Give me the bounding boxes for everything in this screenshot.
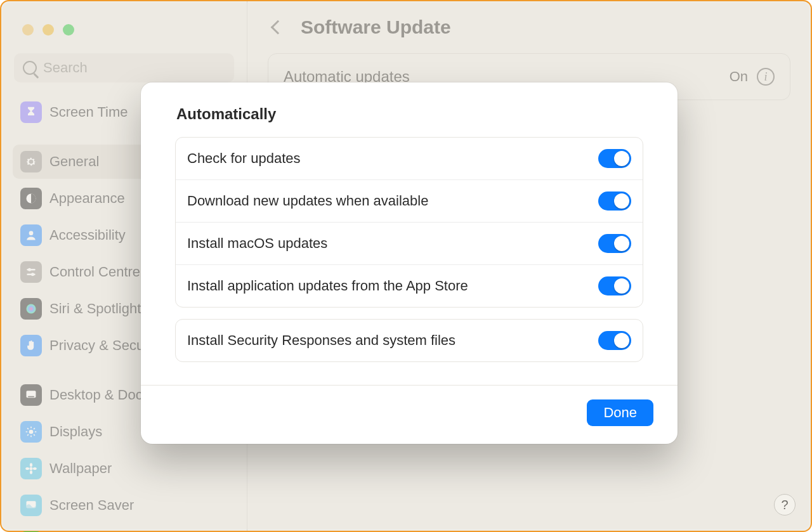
hourglass-icon <box>20 101 42 123</box>
svg-point-6 <box>27 304 36 314</box>
sheet-title: Automatically <box>175 105 643 123</box>
svg-line-15 <box>34 434 35 436</box>
svg-rect-8 <box>28 396 34 398</box>
back-button[interactable] <box>268 18 288 36</box>
sidebar-item-label: Control Centre <box>49 264 140 280</box>
svg-point-20 <box>30 470 32 474</box>
toggle-install-macos[interactable] <box>598 234 631 253</box>
settings-group: Install Security Responses and system fi… <box>175 319 643 362</box>
traffic-lights <box>13 19 235 53</box>
info-icon[interactable]: i <box>757 68 775 86</box>
dock-icon <box>20 384 42 406</box>
main-header: Software Update <box>268 16 790 38</box>
settings-group: Check for updatesDownload new updates wh… <box>175 137 643 308</box>
search-field-container[interactable] <box>14 53 234 82</box>
sidebar-item-label: General <box>49 153 99 170</box>
siri-icon <box>20 298 42 320</box>
close-window-button[interactable] <box>22 24 34 36</box>
settings-row: Install Security Responses and system fi… <box>176 320 643 361</box>
sidebar-item-screen-saver[interactable]: Screen Saver <box>13 488 235 522</box>
done-button[interactable]: Done <box>587 399 653 426</box>
search-icon <box>23 61 37 75</box>
system-settings-window: Screen TimeGeneralAppearanceAccessibilit… <box>0 0 812 532</box>
sun-icon <box>20 421 42 443</box>
svg-line-14 <box>27 428 29 429</box>
settings-row: Install macOS updates <box>176 222 643 264</box>
svg-point-21 <box>25 467 29 470</box>
row-label: Install macOS updates <box>187 235 327 252</box>
search-input[interactable] <box>43 60 225 76</box>
page-title: Software Update <box>301 16 451 38</box>
settings-row: Install application updates from the App… <box>176 264 643 307</box>
svg-point-5 <box>31 273 34 276</box>
sidebar-item-label: Screen Saver <box>49 497 134 514</box>
minimize-window-button[interactable] <box>43 24 54 36</box>
sidebar-item-label: Displays <box>49 424 102 440</box>
svg-point-4 <box>28 268 31 271</box>
svg-point-18 <box>30 467 33 470</box>
row-label: Install application updates from the App… <box>187 278 468 294</box>
zoom-window-button[interactable] <box>63 24 74 36</box>
sheet-footer: Done <box>141 385 678 429</box>
svg-point-22 <box>33 467 37 470</box>
sidebar-item-label: Accessibility <box>49 227 126 243</box>
sidebar-item-label: Wallpaper <box>49 460 112 477</box>
svg-point-9 <box>29 430 34 434</box>
toggle-check-updates[interactable] <box>598 149 631 168</box>
settings-row: Download new updates when available <box>176 179 643 222</box>
sidebar-item-battery[interactable]: Battery <box>13 525 235 532</box>
automatic-updates-sheet: Automatically Check for updatesDownload … <box>141 82 678 444</box>
sidebar-item-label: Screen Time <box>49 104 128 120</box>
svg-point-19 <box>30 463 32 467</box>
card-status-group: On i <box>730 68 775 86</box>
card-status-label: On <box>730 68 748 85</box>
help-button[interactable]: ? <box>774 494 796 516</box>
row-label: Download new updates when available <box>187 193 428 209</box>
person-icon <box>20 224 42 246</box>
svg-line-17 <box>27 434 29 436</box>
sidebar-item-wallpaper[interactable]: Wallpaper <box>13 451 235 486</box>
row-label: Install Security Responses and system fi… <box>187 332 455 349</box>
toggle-download-updates[interactable] <box>598 191 631 211</box>
contrast-icon <box>20 188 42 209</box>
settings-row: Check for updates <box>176 138 643 179</box>
sidebar-item-label: Appearance <box>49 190 125 207</box>
toggle-install-app-store[interactable] <box>598 276 631 295</box>
svg-point-1 <box>29 231 34 235</box>
svg-line-16 <box>34 428 35 429</box>
chevron-left-icon <box>271 20 285 35</box>
sidebar-item-label: Siri & Spotlight <box>49 301 141 317</box>
screensaver-icon <box>20 495 42 516</box>
sidebar-item-label: Desktop & Dock <box>49 387 150 403</box>
hand-icon <box>20 335 42 356</box>
toggle-security-responses[interactable] <box>598 331 631 350</box>
gear-icon <box>20 151 42 172</box>
sliders-icon <box>20 261 42 283</box>
flower-icon <box>20 458 42 479</box>
row-label: Check for updates <box>187 150 301 167</box>
